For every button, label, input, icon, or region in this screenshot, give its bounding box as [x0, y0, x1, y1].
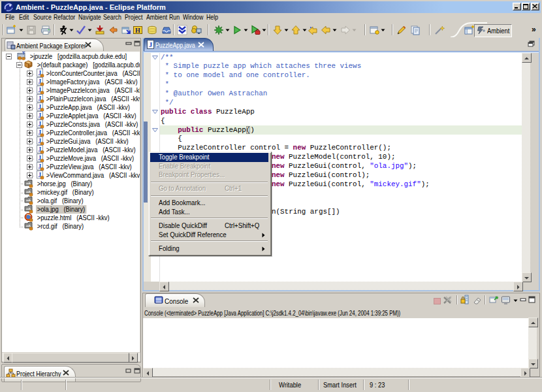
svg-text:H: H	[135, 27, 140, 34]
svg-text:J: J	[149, 41, 153, 48]
